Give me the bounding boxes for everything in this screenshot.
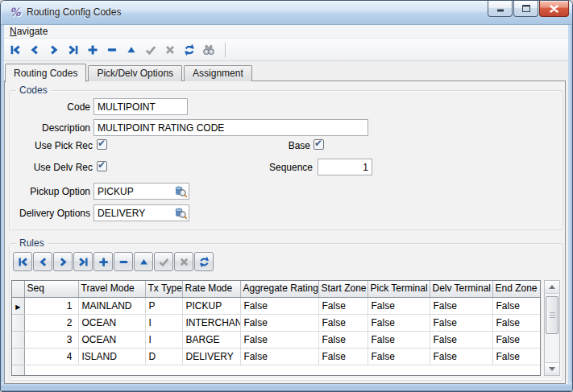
nav-prior-button[interactable] bbox=[28, 43, 41, 56]
nav-cancel-button[interactable] bbox=[174, 252, 193, 271]
grid-cell[interactable]: False bbox=[492, 331, 540, 348]
grid-cell[interactable]: False bbox=[492, 314, 540, 331]
base-checkbox[interactable] bbox=[313, 139, 324, 150]
grid-cell[interactable]: ISLAND bbox=[78, 348, 145, 365]
grid-cell[interactable]: DELIVERY bbox=[182, 348, 240, 365]
grid-cell[interactable]: False bbox=[240, 331, 318, 348]
column-header[interactable]: Start Zone bbox=[318, 281, 367, 297]
grid-cell[interactable]: P bbox=[145, 297, 182, 314]
nav-edit-button[interactable] bbox=[134, 252, 153, 271]
nav-insert-button[interactable] bbox=[86, 43, 99, 56]
nav-first-button[interactable] bbox=[9, 43, 22, 56]
routing-codes-tab-panel: Codes Code Description Use Pick Rec Base… bbox=[4, 80, 566, 384]
pickup-option-lookup-button[interactable] bbox=[173, 184, 188, 198]
nav-post-button[interactable] bbox=[154, 252, 173, 271]
grid-cell[interactable]: 3 bbox=[24, 331, 78, 348]
nav-first-button[interactable] bbox=[13, 252, 32, 271]
nav-prior-button[interactable] bbox=[33, 252, 52, 271]
grid-cell[interactable]: INTERCHANG bbox=[182, 314, 240, 331]
column-header[interactable]: Aggregate Rating bbox=[240, 281, 318, 297]
column-header[interactable]: Tx Type bbox=[145, 281, 182, 297]
nav-delete-button[interactable] bbox=[114, 252, 133, 271]
refresh-icon bbox=[183, 43, 196, 56]
grid-cell[interactable]: False bbox=[430, 348, 492, 365]
pickup-option-label: Pickup Option bbox=[18, 186, 90, 198]
nav-next-button[interactable] bbox=[48, 43, 60, 56]
tab-pick-delv-options[interactable]: Pick/Delv Options bbox=[88, 65, 182, 81]
grid-cell[interactable]: False bbox=[367, 314, 430, 331]
grid-cell[interactable]: PICKUP bbox=[182, 297, 240, 314]
grid-cell[interactable]: False bbox=[492, 297, 540, 314]
grid-cell[interactable]: D bbox=[145, 348, 182, 365]
grid-cell[interactable]: False bbox=[367, 348, 430, 365]
description-field[interactable] bbox=[93, 119, 368, 136]
menu-bar: Navigate bbox=[4, 25, 568, 39]
grid-cell[interactable]: False bbox=[492, 348, 540, 365]
nav-post-button[interactable] bbox=[144, 43, 157, 56]
scroll-up-button[interactable] bbox=[545, 281, 559, 294]
grid-cell[interactable]: False bbox=[318, 348, 367, 365]
column-header[interactable]: Delv Terminal bbox=[430, 281, 492, 297]
row-selector[interactable] bbox=[12, 348, 24, 365]
grid-cell[interactable]: False bbox=[318, 331, 367, 348]
database-search-icon bbox=[174, 207, 187, 220]
row-selector[interactable] bbox=[12, 365, 24, 376]
grid-cell[interactable]: 2 bbox=[24, 314, 78, 331]
scrollbar-thumb[interactable] bbox=[546, 296, 558, 334]
grid-cell[interactable]: OCEAN bbox=[78, 331, 145, 348]
nav-delete-button[interactable] bbox=[106, 43, 118, 56]
grid-cell[interactable]: False bbox=[430, 297, 492, 314]
nav-edit-button[interactable] bbox=[125, 43, 138, 56]
row-selector[interactable] bbox=[12, 314, 24, 331]
grid-cell[interactable]: False bbox=[240, 314, 318, 331]
close-button[interactable] bbox=[539, 1, 569, 17]
grid-cell[interactable]: 1 bbox=[24, 297, 78, 314]
rules-grid-scrollbar[interactable] bbox=[544, 280, 560, 376]
code-label: Code bbox=[18, 101, 90, 113]
column-header[interactable]: Travel Mode bbox=[78, 281, 145, 297]
grid-cell[interactable]: BARGE bbox=[182, 331, 240, 348]
grid-cell[interactable]: False bbox=[430, 314, 492, 331]
tab-assignment[interactable]: Assignment bbox=[184, 65, 252, 81]
nav-refresh-button[interactable] bbox=[194, 252, 214, 271]
row-selector[interactable] bbox=[12, 331, 24, 348]
title-bar[interactable]: % Routing Config Codes bbox=[1, 1, 572, 25]
grid-cell[interactable]: False bbox=[240, 297, 318, 314]
grid-cell[interactable]: MAINLAND bbox=[78, 297, 145, 314]
grid-cell[interactable]: False bbox=[318, 297, 367, 314]
column-header[interactable]: Seq bbox=[24, 281, 78, 297]
use-pick-rec-checkbox[interactable] bbox=[97, 139, 107, 150]
nav-cancel-button[interactable] bbox=[164, 43, 176, 56]
nav-last-button[interactable] bbox=[73, 252, 93, 271]
grid-cell[interactable]: False bbox=[240, 348, 318, 365]
scroll-down-button[interactable] bbox=[545, 362, 559, 375]
current-row-selector[interactable]: ▶ bbox=[12, 297, 24, 314]
sequence-field[interactable] bbox=[318, 159, 372, 175]
table-row: ▶1MAINLANDPPICKUPFalseFalseFalseFalseFal… bbox=[12, 297, 540, 314]
grid-cell[interactable]: False bbox=[367, 297, 430, 314]
column-header[interactable]: Rate Mode bbox=[182, 281, 240, 297]
nav-find-button[interactable] bbox=[202, 43, 215, 56]
column-header[interactable]: Pick Terminal bbox=[367, 281, 430, 297]
grid-cell[interactable]: I bbox=[145, 331, 182, 348]
nav-refresh-button[interactable] bbox=[183, 43, 196, 56]
code-field[interactable] bbox=[93, 98, 188, 115]
minimize-button[interactable] bbox=[488, 1, 513, 17]
maximize-button[interactable] bbox=[513, 1, 538, 17]
use-delv-rec-checkbox[interactable] bbox=[97, 161, 107, 171]
minimize-icon bbox=[496, 5, 504, 12]
tab-routing-codes[interactable]: Routing Codes bbox=[5, 64, 86, 82]
menu-navigate[interactable]: Navigate bbox=[4, 25, 53, 39]
grid-cell[interactable]: OCEAN bbox=[78, 314, 145, 331]
grid-cell[interactable]: False bbox=[430, 331, 492, 348]
column-header[interactable]: End Zone bbox=[492, 281, 540, 297]
grid-cell[interactable]: False bbox=[318, 314, 367, 331]
nav-insert-button[interactable] bbox=[93, 252, 113, 271]
grid-cell[interactable]: False bbox=[367, 331, 430, 348]
delete-icon bbox=[118, 256, 130, 268]
nav-next-button[interactable] bbox=[53, 252, 73, 271]
nav-last-button[interactable] bbox=[67, 43, 80, 56]
grid-cell[interactable]: I bbox=[145, 314, 182, 331]
grid-cell[interactable]: 4 bbox=[24, 348, 78, 365]
delivery-options-lookup-button[interactable] bbox=[173, 206, 188, 220]
